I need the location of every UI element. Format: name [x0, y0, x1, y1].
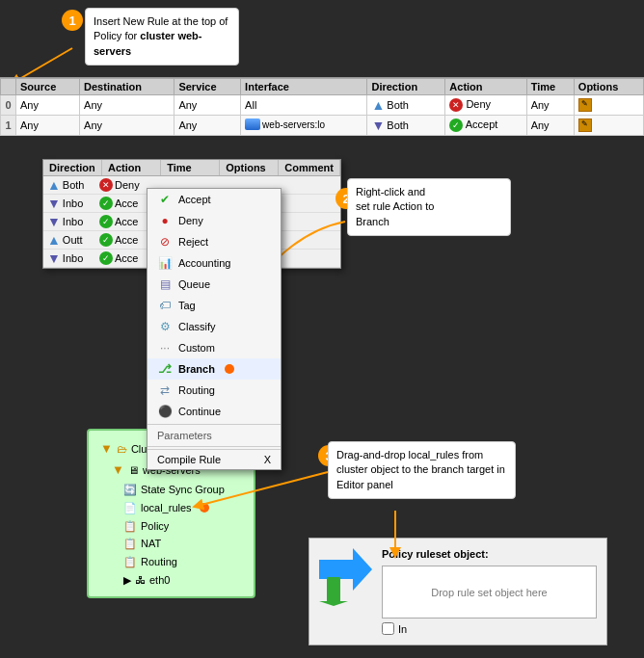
server-icon: 🖥	[128, 461, 139, 480]
deny-icon	[449, 98, 463, 112]
accounting-icon: 📊	[157, 255, 173, 271]
col-interface: Interface	[241, 79, 367, 95]
menu-item-continue[interactable]: ⚫ Continue	[148, 401, 281, 422]
drop-label: Policy ruleset object:	[382, 548, 597, 560]
col-source: Source	[16, 79, 80, 95]
accept-icon: ✔	[157, 192, 173, 207]
inline-checkbox-input[interactable]	[382, 622, 394, 635]
context-panel-header: Direction Action Time Options Comment	[43, 160, 340, 176]
drop-zone-panel: Policy ruleset object: Drop rule set obj…	[309, 538, 607, 645]
svg-marker-3	[319, 577, 348, 606]
step1-badge: 1	[62, 10, 83, 31]
arrow-up-icon: ▲	[47, 232, 61, 248]
action-dropdown-menu[interactable]: ✔ Accept ● Deny ⊘ Reject 📊 Accounting ▤ …	[147, 188, 282, 470]
policy-table: Source Destination Service Interface Dir…	[0, 78, 644, 136]
step3-callout: Drag-and-drop local_rules from cluster o…	[328, 441, 516, 499]
arrow-down-icon: ▼	[47, 214, 61, 229]
arrow-down-icon: ▼	[47, 250, 61, 266]
menu-footer: Compile Rule X	[148, 449, 281, 469]
accept-icon	[99, 251, 113, 265]
sync-icon: 🔄	[123, 481, 137, 499]
accept-icon	[99, 233, 113, 247]
branch-icon: ⎇	[157, 361, 173, 377]
eth-icon: 🖧	[135, 571, 146, 590]
menu-item-accept[interactable]: ✔ Accept	[148, 189, 281, 210]
doc-icon: 📄	[123, 499, 137, 517]
accept-icon	[449, 118, 463, 132]
tree-state-sync[interactable]: 🔄 State Sync Group	[123, 481, 242, 499]
tag-icon: 🏷	[157, 298, 173, 313]
local-rules-dot	[200, 503, 209, 513]
routing-icon: ⇄	[157, 382, 173, 398]
drop-box[interactable]: Drop rule set object here	[382, 566, 597, 619]
menu-item-accounting[interactable]: 📊 Accounting	[148, 252, 281, 274]
accept-icon	[99, 215, 113, 228]
tree-routing[interactable]: 📋 Routing	[123, 553, 242, 571]
table-row[interactable]: 1 Any Any Any web-servers:lo ▼ Both	[1, 116, 644, 136]
accept-icon	[99, 197, 113, 210]
tree-policy[interactable]: 📋 Policy	[123, 517, 242, 536]
menu-item-routing[interactable]: ⇄ Routing	[148, 380, 281, 401]
nat-icon: 📋	[123, 535, 137, 553]
folder-icon2: 🗁	[117, 440, 127, 459]
col-service: Service	[174, 79, 241, 95]
branch-dot-indicator	[225, 364, 234, 374]
menu-item-deny[interactable]: ● Deny	[148, 210, 281, 231]
interface-icon	[245, 118, 260, 130]
tree-eth0[interactable]: ▶ 🖧 eth0	[123, 571, 242, 590]
col-time: Time	[526, 79, 574, 95]
continue-icon: ⚫	[157, 404, 173, 419]
col-destination: Destination	[80, 79, 174, 95]
options-icon: ✎	[578, 118, 592, 132]
options-icon: ✎	[578, 98, 592, 112]
menu-parameters-label: Parameters	[148, 427, 281, 444]
drop-right-section: Policy ruleset object: Drop rule set obj…	[382, 548, 597, 635]
queue-icon: ▤	[157, 276, 173, 292]
menu-close-button[interactable]: X	[264, 454, 271, 465]
col-options: Options	[574, 79, 643, 95]
menu-item-branch[interactable]: ⎇ Branch	[148, 358, 281, 380]
tree-nat[interactable]: 📋 NAT	[123, 535, 242, 553]
step2-callout: Right-click and set rule Action to Branc…	[347, 178, 511, 236]
policy-icon: 📋	[123, 517, 137, 536]
inline-checkbox: In	[382, 622, 597, 635]
menu-item-tag[interactable]: 🏷 Tag	[148, 295, 281, 316]
col-direction: Direction	[367, 79, 445, 95]
branch-arrows-icon	[319, 548, 372, 601]
classify-icon: ⚙	[157, 319, 173, 334]
custom-icon: ···	[157, 340, 173, 355]
menu-item-reject[interactable]: ⊘ Reject	[148, 231, 281, 252]
menu-item-classify[interactable]: ⚙ Classify	[148, 316, 281, 337]
menu-divider2	[148, 446, 281, 447]
folder-icon: ▼	[100, 438, 113, 460]
table-row[interactable]: 0 Any Any Any All ▲ Both Deny Any ✎	[1, 95, 644, 116]
branch-svg	[319, 548, 372, 606]
arrow-up-icon: ▲	[371, 97, 385, 113]
policy-table-container: Source Destination Service Interface Dir…	[0, 77, 644, 136]
arrow-up-icon: ▲	[47, 177, 61, 193]
interface-badge: web-servers:lo	[245, 118, 325, 130]
folder-icon: ▼	[112, 460, 124, 481]
compile-rule-label[interactable]: Compile Rule	[157, 454, 221, 465]
menu-item-custom[interactable]: ··· Custom	[148, 337, 281, 358]
reject-icon: ⊘	[157, 234, 173, 250]
deny-icon	[99, 178, 113, 192]
tree-local-rules[interactable]: 📄 local_rules	[123, 499, 242, 517]
routing-icon: 📋	[123, 553, 137, 571]
col-num	[1, 79, 16, 95]
step1-callout: Insert New Rule at the top of Policy for…	[85, 8, 239, 66]
col-action: Action	[445, 79, 526, 95]
arrow-down-icon: ▼	[47, 196, 61, 211]
deny-icon: ●	[157, 213, 173, 228]
eth-arrow-icon: ▶	[123, 571, 131, 590]
arrow-down-icon: ▼	[371, 118, 385, 133]
menu-item-queue[interactable]: ▤ Queue	[148, 274, 281, 295]
menu-divider	[148, 424, 281, 425]
